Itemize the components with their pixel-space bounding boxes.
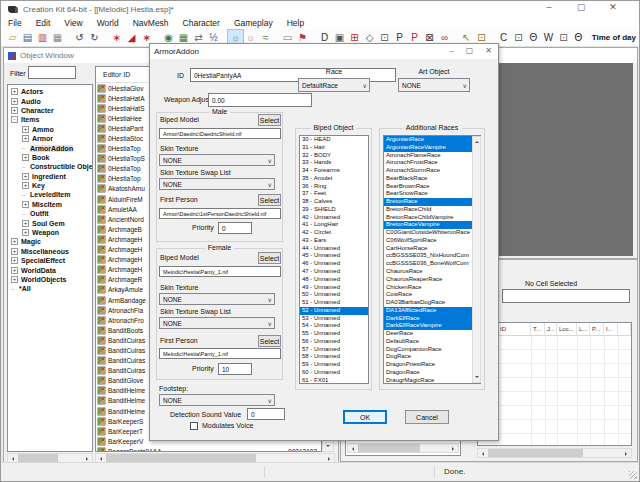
biped-slot-item[interactable]: 38 - Calves: [300, 198, 368, 206]
menu-help[interactable]: Help: [280, 17, 311, 29]
expand-icon[interactable]: +: [11, 88, 18, 95]
expand-icon[interactable]: +: [11, 257, 18, 264]
weapon-adjust-input[interactable]: 0.00: [208, 93, 312, 107]
cell-column-l[interactable]: L...: [577, 323, 590, 335]
race-item[interactable]: DeerRace: [384, 330, 472, 338]
race-item[interactable]: ChaurusRace: [384, 268, 472, 276]
filter-input[interactable]: [28, 66, 76, 79]
biped-slot-item[interactable]: 44 - Unnamed: [300, 245, 368, 253]
race-item[interactable]: DarkElfRaceVampire: [384, 322, 472, 330]
race-item[interactable]: DarkElfRace: [384, 315, 472, 323]
biped-slot-item[interactable]: 51 - Unnamed: [300, 299, 368, 307]
cell-column-p[interactable]: P...: [590, 323, 604, 335]
race-item[interactable]: DA03BarbasDogRace: [384, 299, 472, 307]
race-item[interactable]: BretonRaceVampire: [384, 221, 472, 229]
expand-icon[interactable]: +: [22, 182, 29, 189]
detection-sound-input[interactable]: 0: [247, 408, 285, 420]
world-window-icon[interactable]: W: [541, 30, 556, 45]
biped-slot-item[interactable]: 30 - HEAD: [300, 136, 368, 144]
race-item[interactable]: CowRace: [384, 291, 472, 299]
art-object-combo[interactable]: NONE∨: [398, 78, 470, 92]
tree-item-weapon[interactable]: +Weapon: [8, 228, 92, 237]
menu-navmesh[interactable]: NavMesh: [126, 17, 176, 29]
biped-slot-item[interactable]: 61 - FX01: [300, 377, 368, 384]
race-item[interactable]: ccBGSSSE036_BoneWolfCom: [384, 260, 472, 268]
collapse-icon[interactable]: -: [11, 116, 18, 123]
menu-edit[interactable]: Edit: [29, 17, 58, 29]
tree-item-all[interactable]: –*All: [8, 284, 92, 293]
race-item[interactable]: DragonPriestRace: [384, 361, 472, 369]
race-item[interactable]: ArgonianRace: [384, 136, 472, 144]
race-item[interactable]: ArgonianRaceVampire: [384, 144, 472, 152]
biped-slot-item[interactable]: 42 - Circlet: [300, 229, 368, 237]
menu-file[interactable]: File: [1, 17, 29, 29]
tree-item-actors[interactable]: +Actors: [8, 87, 92, 96]
expand-icon[interactable]: +: [22, 135, 29, 142]
race-item[interactable]: CartHorseRace: [384, 245, 472, 253]
tree-item-constructible-object[interactable]: –Constructible Object: [8, 162, 92, 171]
biped-slot-item[interactable]: 57 - Unnamed: [300, 346, 368, 354]
cell-objects-hscrollbar[interactable]: [477, 448, 632, 458]
tree-item-armoraddon[interactable]: –ArmorAddon: [8, 143, 92, 152]
female-skin-texture-swap-combo[interactable]: NONE∨: [159, 317, 275, 329]
snap-to-angle-icon[interactable]: ◢: [124, 30, 139, 45]
editor-row[interactable]: BeggarBoots01AA00013102: [96, 446, 321, 452]
tree-item-key[interactable]: +Key: [8, 181, 92, 190]
expand-icon[interactable]: +: [11, 98, 18, 105]
window-a-icon[interactable]: ⊡: [511, 30, 526, 45]
window-b-icon[interactable]: ⊡: [556, 30, 571, 45]
race-item[interactable]: BearBlackRace: [384, 175, 472, 183]
biped-slot-item[interactable]: 41 - LongHair: [300, 221, 368, 229]
race-item[interactable]: BearSnowRace: [384, 190, 472, 198]
biped-slot-item[interactable]: 59 - Unnamed: [300, 361, 368, 369]
menu-view[interactable]: View: [57, 17, 89, 29]
cell-list-hscrollbar[interactable]: [347, 443, 459, 453]
tree-item-audio[interactable]: +Audio: [8, 96, 92, 105]
tree-item-armor[interactable]: +Armor: [8, 134, 92, 143]
race-item[interactable]: DraugrMagicRace: [384, 377, 472, 384]
modulates-voice-checkbox[interactable]: [190, 422, 198, 430]
biped-slot-item[interactable]: 35 - Amulet: [300, 175, 368, 183]
biped-slot-item[interactable]: 55 - Unnamed: [300, 330, 368, 338]
female-priority-input[interactable]: 10: [218, 363, 252, 375]
biped-slot-item[interactable]: 49 - Unnamed: [300, 284, 368, 292]
race-item[interactable]: AtronachFlameRace: [384, 152, 472, 160]
race-item[interactable]: DA13AfflictedRace: [384, 307, 472, 315]
dialog-close-button[interactable]: ✕: [485, 46, 492, 55]
resize-grip[interactable]: [629, 471, 637, 479]
redo-icon[interactable]: ↻: [87, 30, 102, 45]
race-item[interactable]: DefaultRace: [384, 338, 472, 346]
dialog-minimize-button[interactable]: –: [449, 46, 453, 55]
tree-item-character[interactable]: +Character: [8, 106, 92, 115]
close-button[interactable]: ✕: [607, 2, 619, 12]
biped-slot-item[interactable]: 56 - Unnamed: [300, 338, 368, 346]
biped-slot-item[interactable]: 34 - Forearms: [300, 167, 368, 175]
race-combo[interactable]: DefaultRace∨: [298, 78, 370, 92]
additional-races-list[interactable]: ArgonianRaceArgonianRaceVampireAtronachF…: [383, 135, 481, 384]
open-plugin-icon[interactable]: ▱: [5, 30, 20, 45]
expand-icon[interactable]: +: [11, 107, 18, 114]
maximize-button[interactable]: ▢: [575, 2, 587, 12]
cell-column-i[interactable]: I...: [604, 323, 618, 335]
ok-button[interactable]: OK: [343, 410, 387, 424]
male-skin-texture-combo[interactable]: NONE∨: [159, 154, 275, 166]
snap-to-grid-icon[interactable]: ∗: [109, 30, 124, 45]
race-item[interactable]: BretonRaceChildVampire: [384, 214, 472, 222]
biped-slot-item[interactable]: 58 - Unnamed: [300, 353, 368, 361]
tree-item-miscitem[interactable]: +MiscItem: [8, 200, 92, 209]
biped-slot-item[interactable]: 36 - Ring: [300, 183, 368, 191]
occlusion-icon[interactable]: Θ: [526, 30, 541, 45]
race-item[interactable]: ChaurusReaperRace: [384, 276, 472, 284]
female-first-person-select-button[interactable]: Select: [258, 335, 281, 347]
race-item[interactable]: BretonRaceChild: [384, 206, 472, 214]
cell-objects-table[interactable]: IDT...J...Loc...L...P...I...: [477, 322, 632, 446]
biped-slot-item[interactable]: 47 - Unnamed: [300, 268, 368, 276]
biped-slot-item[interactable]: 39 - SHIELD: [300, 206, 368, 214]
dialog-titlebar[interactable]: ArmorAddon: [150, 44, 498, 59]
data-files-icon[interactable]: ▥: [35, 30, 50, 45]
biped-slot-item[interactable]: 50 - Unnamed: [300, 291, 368, 299]
tree-item-ingredient[interactable]: +Ingredient: [8, 172, 92, 181]
tree-item-soul-gem[interactable]: +Soul Gem: [8, 218, 92, 227]
menu-world[interactable]: World: [90, 17, 126, 29]
tree-item-items[interactable]: -Items: [8, 115, 92, 124]
